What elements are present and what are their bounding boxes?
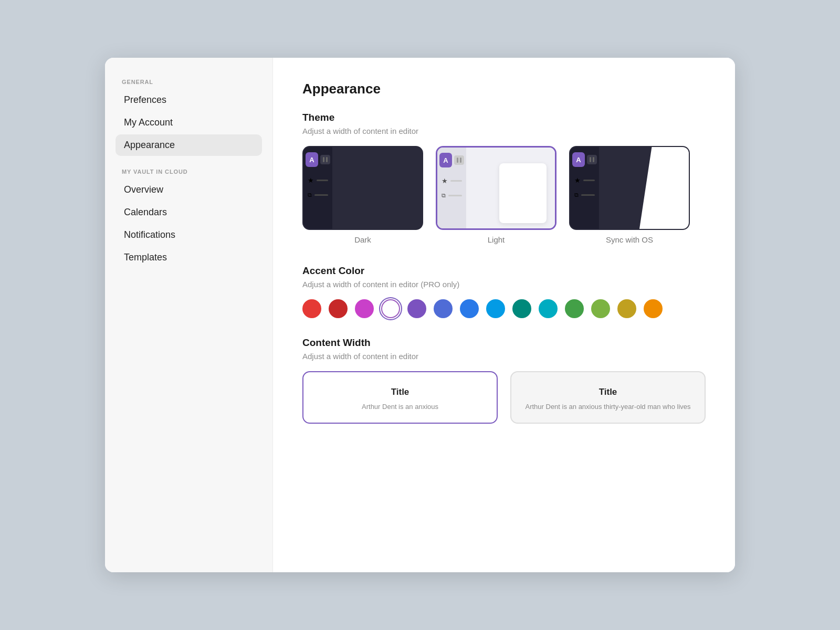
content-width-desc: Adjust a width of content in editor (302, 352, 706, 361)
theme-title: Theme (302, 112, 706, 123)
cloud-group: MY VAULT IN CLOUD Overview Calendars Not… (116, 169, 262, 268)
accent-color-12[interactable] (617, 299, 636, 318)
accent-color-9[interactable] (539, 299, 558, 318)
sync-white-panel (639, 147, 689, 229)
avatar-dark: A (306, 152, 318, 167)
sidebar-item-calendars[interactable]: Calendars (116, 202, 262, 223)
accent-color-8[interactable] (512, 299, 531, 318)
content-width-wide[interactable]: Title Arthur Dent is an anxious thirty-y… (510, 371, 706, 424)
accent-color-13[interactable] (644, 299, 663, 318)
star-icon-dark: ★ (308, 176, 314, 184)
avatar-sync: A (572, 152, 585, 167)
cloud-label: MY VAULT IN CLOUD (116, 169, 262, 175)
sidebar-item-notifications[interactable]: Notifications (116, 224, 262, 246)
accent-color-0[interactable] (302, 299, 321, 318)
accent-colors-row (302, 299, 706, 318)
copy-icon-sync: ⧉ (574, 192, 579, 198)
content-width-title: Content Width (302, 337, 706, 349)
accent-color-10[interactable] (565, 299, 584, 318)
theme-desc: Adjust a width of content in editor (302, 127, 706, 135)
accent-color-4[interactable] (407, 299, 426, 318)
content-panel-light (499, 163, 547, 223)
narrow-card-body: Arthur Dent is an anxious (316, 402, 484, 412)
star-icon-sync: ★ (574, 176, 581, 184)
theme-section: Theme Adjust a width of content in edito… (302, 112, 706, 244)
sync-theme-wrapper: A ★ (569, 146, 690, 244)
copy-icon-dark: ⧉ (308, 192, 312, 198)
star-icon-light: ★ (442, 177, 448, 185)
sidebar: GENERAL Prefences My Account Appearance … (105, 58, 273, 572)
sidebar-item-preferences[interactable]: Prefences (116, 89, 262, 111)
accent-color-6[interactable] (460, 299, 479, 318)
dark-theme-card[interactable]: A ★ (302, 146, 423, 230)
wide-card-body: Arthur Dent is an anxious thirty-year-ol… (524, 402, 692, 412)
dark-theme-label: Dark (354, 235, 371, 244)
accent-color-7[interactable] (486, 299, 505, 318)
accent-color-3[interactable] (381, 299, 400, 318)
wide-card-title: Title (524, 387, 692, 397)
content-width-narrow[interactable]: Title Arthur Dent is an anxious (302, 371, 498, 424)
accent-color-2[interactable] (355, 299, 374, 318)
dark-theme-wrapper: A ★ (302, 146, 423, 244)
main-content: Appearance Theme Adjust a width of conte… (273, 58, 735, 572)
sidebar-item-my-account[interactable]: My Account (116, 112, 262, 133)
page-title: Appearance (302, 81, 706, 97)
accent-color-5[interactable] (434, 299, 453, 318)
light-theme-wrapper: A ★ (436, 146, 556, 244)
light-theme-label: Light (488, 235, 505, 244)
accent-desc: Adjust a width of content in editor (PRO… (302, 280, 706, 289)
theme-cards: A ★ (302, 146, 706, 244)
sidebar-item-templates[interactable]: Templates (116, 247, 262, 268)
settings-modal: GENERAL Prefences My Account Appearance … (105, 58, 735, 572)
accent-section: Accent Color Adjust a width of content i… (302, 265, 706, 318)
sidebar-item-overview[interactable]: Overview (116, 179, 262, 201)
accent-color-1[interactable] (329, 299, 348, 318)
light-theme-card[interactable]: A ★ (436, 146, 556, 230)
copy-icon-light: ⧉ (442, 192, 446, 199)
sync-theme-card[interactable]: A ★ (569, 146, 690, 230)
sidebar-item-appearance[interactable]: Appearance (116, 134, 262, 156)
avatar-light: A (439, 153, 452, 167)
sync-theme-label: Sync with OS (606, 235, 653, 244)
general-group: GENERAL Prefences My Account Appearance (116, 79, 262, 156)
accent-title: Accent Color (302, 265, 706, 277)
content-width-options: Title Arthur Dent is an anxious Title Ar… (302, 371, 706, 424)
general-label: GENERAL (116, 79, 262, 85)
content-width-section: Content Width Adjust a width of content … (302, 337, 706, 424)
accent-color-11[interactable] (591, 299, 610, 318)
narrow-card-title: Title (316, 387, 484, 397)
